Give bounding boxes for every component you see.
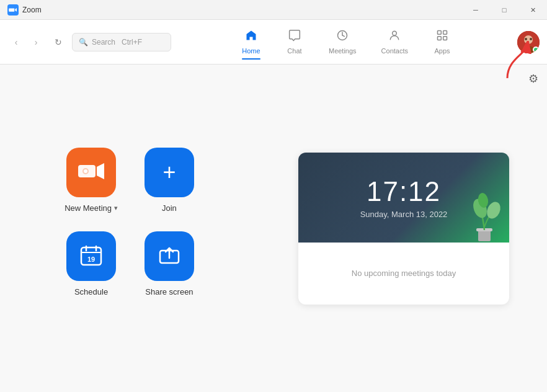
apps-icon [436,29,448,45]
new-meeting-label-row: New Meeting ▾ [64,203,118,213]
share-screen-item: Share screen [143,231,196,296]
svg-rect-4 [443,31,447,35]
share-screen-button[interactable] [145,231,194,281]
join-label: Join [162,203,177,213]
tab-contacts[interactable]: Contacts [369,25,420,58]
schedule-item: 19 Schedule [64,231,118,296]
tab-chat-label: Chat [287,47,301,55]
svg-point-11 [530,38,532,40]
close-button[interactable]: ✕ [518,0,547,20]
new-meeting-button[interactable] [66,148,116,197]
left-panel: New Meeting ▾ + Join [0,65,260,392]
camera-icon [78,163,104,182]
app-title: Zoom [22,6,42,14]
settings-area: ⚙ [528,72,538,86]
search-box[interactable]: 🔍 Search Ctrl+F [72,33,171,51]
tab-contacts-label: Contacts [381,47,408,55]
svg-marker-15 [97,163,104,179]
title-bar: Zoom ─ □ ✕ [0,0,547,20]
schedule-label: Schedule [74,287,108,296]
app-logo: Zoom [7,4,42,16]
share-screen-label: Share screen [145,287,193,296]
tab-meetings-label: Meetings [329,47,357,55]
share-screen-label-row: Share screen [145,287,193,296]
schedule-button[interactable]: 19 [66,231,116,281]
tab-apps[interactable]: Apps [420,25,464,58]
svg-rect-3 [438,31,442,35]
clock-date: Sunday, March 13, 2022 [360,210,448,219]
no-meetings-text: No upcoming meetings today [352,269,456,278]
zoom-logo-icon [7,4,19,16]
join-button[interactable]: + [145,148,194,197]
new-meeting-label: New Meeting [64,203,112,213]
search-placeholder: Search [92,38,115,47]
window-controls: ─ □ ✕ [461,0,547,20]
refresh-button[interactable]: ↻ [50,33,67,51]
tab-apps-label: Apps [434,47,450,55]
user-avatar[interactable] [517,31,540,53]
svg-point-2 [393,31,397,35]
svg-rect-5 [438,37,442,40]
avatar-area [517,31,540,53]
new-meeting-item: New Meeting ▾ [64,148,118,213]
join-item: + Join [143,148,196,213]
plant-decoration [463,174,506,243]
nav-bar: ‹ › ↻ 🔍 Search Ctrl+F Home Chat [0,20,547,65]
new-meeting-chevron: ▾ [114,204,118,212]
svg-point-14 [84,169,87,173]
calendar-icon: 19 [79,244,103,268]
chat-icon [288,29,301,45]
svg-rect-6 [443,37,447,40]
calendar-header: 17:12 Sunday, March 13, 2022 [298,153,509,243]
nav-arrows: ‹ › [7,33,45,51]
tab-home-label: Home [242,47,260,55]
search-icon: 🔍 [79,38,88,47]
back-button[interactable]: ‹ [7,33,25,51]
right-panel: ⚙ 17:12 Sunday, March 13, 20 [260,65,547,392]
settings-icon[interactable]: ⚙ [528,73,538,85]
calendar-card: 17:12 Sunday, March 13, 2022 No upcoming… [298,153,509,305]
clock-time: 17:12 [367,176,441,207]
minimize-button[interactable]: ─ [461,0,490,20]
action-grid: New Meeting ▾ + Join [64,148,196,296]
maximize-button[interactable]: □ [490,0,518,20]
plus-icon: + [162,161,176,184]
svg-rect-24 [478,230,491,241]
join-label-row: Join [162,203,177,213]
svg-point-10 [525,38,527,40]
contacts-icon [388,29,401,45]
online-indicator [533,47,539,53]
tab-chat[interactable]: Chat [273,25,316,58]
calendar-body: No upcoming meetings today [298,243,509,305]
nav-tabs: Home Chat Meetings [181,25,512,58]
tab-home[interactable]: Home [229,25,273,58]
meetings-icon [336,29,349,45]
svg-text:19: 19 [87,256,95,263]
schedule-label-row: Schedule [74,287,108,296]
forward-button[interactable]: › [27,33,45,51]
tab-meetings[interactable]: Meetings [316,25,369,58]
search-shortcut: Ctrl+F [122,38,142,47]
home-icon [245,29,257,45]
share-screen-icon [159,246,180,267]
main-content: New Meeting ▾ + Join [0,65,547,392]
